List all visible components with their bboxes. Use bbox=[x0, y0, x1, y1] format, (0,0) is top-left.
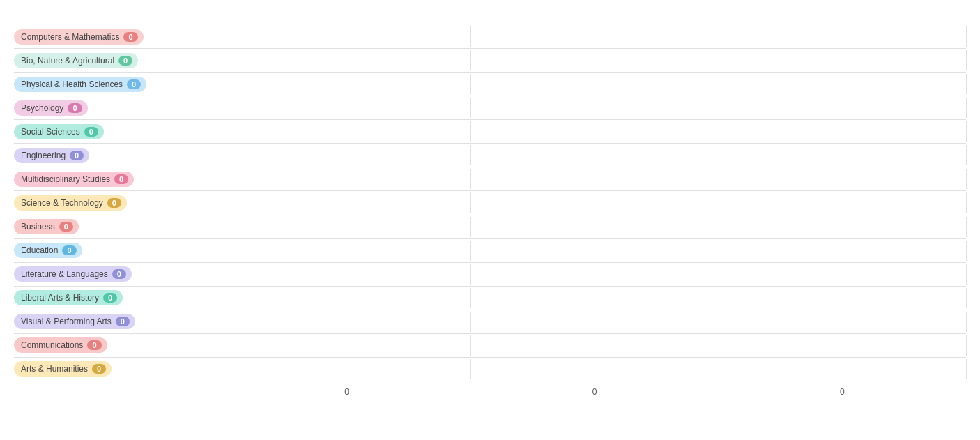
bar-label: Education bbox=[21, 245, 58, 255]
bar-pill: Engineering0 bbox=[14, 148, 89, 163]
grid-line bbox=[719, 241, 719, 261]
grid-line bbox=[966, 288, 967, 308]
grid-line bbox=[719, 192, 719, 213]
bar-track bbox=[223, 26, 966, 47]
bar-label-area: Engineering0 bbox=[14, 148, 223, 163]
bar-track bbox=[223, 359, 966, 379]
bar-label: Computers & Mathematics bbox=[21, 32, 119, 42]
grid-line bbox=[470, 288, 471, 308]
bar-pill: Science & Technology0 bbox=[14, 195, 127, 211]
bar-value-badge: 0 bbox=[114, 174, 128, 184]
bar-label: Social Sciences bbox=[21, 127, 80, 137]
bar-pill: Psychology0 bbox=[14, 100, 88, 116]
bar-pill: Communications0 bbox=[14, 337, 107, 353]
grid-line bbox=[966, 145, 967, 165]
bar-track bbox=[223, 192, 966, 213]
bar-row: Social Sciences0 bbox=[14, 120, 966, 144]
grid-line bbox=[470, 312, 471, 332]
bar-label: Communications bbox=[21, 340, 83, 350]
bar-pill: Liberal Arts & History0 bbox=[14, 290, 123, 305]
bar-pill: Bio, Nature & Agricultural0 bbox=[14, 53, 138, 68]
bar-row: Science & Technology0 bbox=[14, 191, 966, 215]
bar-value-badge: 0 bbox=[84, 127, 98, 137]
bar-label-area: Arts & Humanities0 bbox=[14, 361, 223, 377]
bar-value-badge: 0 bbox=[103, 293, 117, 303]
x-axis-label: 0 bbox=[223, 387, 470, 397]
grid-line bbox=[719, 312, 719, 332]
bar-label-area: Communications0 bbox=[14, 337, 223, 353]
bar-label-area: Social Sciences0 bbox=[14, 124, 223, 139]
bar-value-badge: 0 bbox=[59, 222, 73, 232]
bar-row: Physical & Health Sciences0 bbox=[14, 73, 966, 96]
bar-track bbox=[223, 169, 966, 189]
bar-label-area: Psychology0 bbox=[14, 100, 223, 116]
grid-line bbox=[719, 264, 719, 285]
bar-label-area: Science & Technology0 bbox=[14, 195, 223, 211]
bar-label: Business bbox=[21, 222, 55, 232]
grid-line bbox=[470, 121, 471, 142]
x-axis-labels: 000 bbox=[14, 381, 966, 402]
bar-value-badge: 0 bbox=[68, 103, 82, 113]
bar-row: Bio, Nature & Agricultural0 bbox=[14, 49, 966, 73]
bar-pill: Arts & Humanities0 bbox=[14, 361, 112, 377]
bar-pill: Social Sciences0 bbox=[14, 124, 104, 139]
bar-row: Engineering0 bbox=[14, 144, 966, 167]
bar-value-badge: 0 bbox=[70, 151, 84, 160]
grid-line bbox=[719, 335, 719, 356]
bar-label: Visual & Performing Arts bbox=[21, 317, 112, 326]
bar-row: Business0 bbox=[14, 215, 966, 239]
bar-value-badge: 0 bbox=[123, 32, 137, 42]
bar-value-badge: 0 bbox=[87, 340, 101, 350]
grid-line bbox=[470, 241, 471, 261]
grid-line bbox=[470, 359, 471, 379]
grid-line bbox=[470, 98, 471, 118]
grid-line bbox=[966, 217, 967, 237]
bar-row: Psychology0 bbox=[14, 96, 966, 120]
bar-row: Liberal Arts & History0 bbox=[14, 287, 966, 310]
x-axis-label: 0 bbox=[470, 387, 718, 397]
bar-track bbox=[223, 312, 966, 332]
grid-line bbox=[470, 26, 471, 47]
grid-line bbox=[470, 264, 471, 285]
bar-label: Bio, Nature & Agricultural bbox=[21, 56, 114, 66]
bar-value-badge: 0 bbox=[62, 245, 76, 255]
chart-area: Computers & Mathematics0Bio, Nature & Ag… bbox=[14, 25, 966, 381]
bar-pill: Visual & Performing Arts0 bbox=[14, 314, 135, 329]
grid-line bbox=[719, 98, 719, 118]
grid-line bbox=[966, 50, 967, 70]
grid-line bbox=[470, 74, 471, 94]
grid-line bbox=[966, 74, 967, 94]
bar-value-badge: 0 bbox=[107, 198, 121, 208]
grid-line bbox=[966, 169, 967, 189]
bar-pill: Physical & Health Sciences0 bbox=[14, 77, 146, 92]
bar-label-area: Visual & Performing Arts0 bbox=[14, 314, 223, 329]
bar-track bbox=[223, 264, 966, 285]
grid-line bbox=[719, 145, 719, 165]
grid-line bbox=[470, 50, 471, 70]
bar-pill: Computers & Mathematics0 bbox=[14, 29, 144, 45]
grid-line bbox=[966, 26, 967, 47]
grid-line bbox=[470, 192, 471, 213]
bar-label: Arts & Humanities bbox=[21, 364, 88, 374]
grid-line bbox=[966, 121, 967, 142]
bar-pill: Education0 bbox=[14, 243, 82, 258]
grid-line bbox=[719, 288, 719, 308]
bar-label-area: Liberal Arts & History0 bbox=[14, 290, 223, 305]
grid-line bbox=[966, 335, 967, 356]
grid-line bbox=[719, 169, 719, 189]
bar-label-area: Physical & Health Sciences0 bbox=[14, 77, 223, 92]
grid-line bbox=[966, 359, 967, 379]
grid-line bbox=[719, 74, 719, 94]
bar-value-badge: 0 bbox=[112, 269, 126, 279]
bar-track bbox=[223, 217, 966, 237]
bar-value-badge: 0 bbox=[116, 317, 130, 326]
bar-value-badge: 0 bbox=[118, 56, 132, 66]
bar-pill: Business0 bbox=[14, 219, 79, 234]
bar-label-area: Bio, Nature & Agricultural0 bbox=[14, 53, 223, 68]
grid-line bbox=[966, 98, 967, 118]
grid-line bbox=[719, 121, 719, 142]
bar-label-area: Business0 bbox=[14, 219, 223, 234]
bar-row: Arts & Humanities0 bbox=[14, 358, 966, 381]
bar-row: Multidisciplinary Studies0 bbox=[14, 167, 966, 191]
bar-track bbox=[223, 241, 966, 261]
